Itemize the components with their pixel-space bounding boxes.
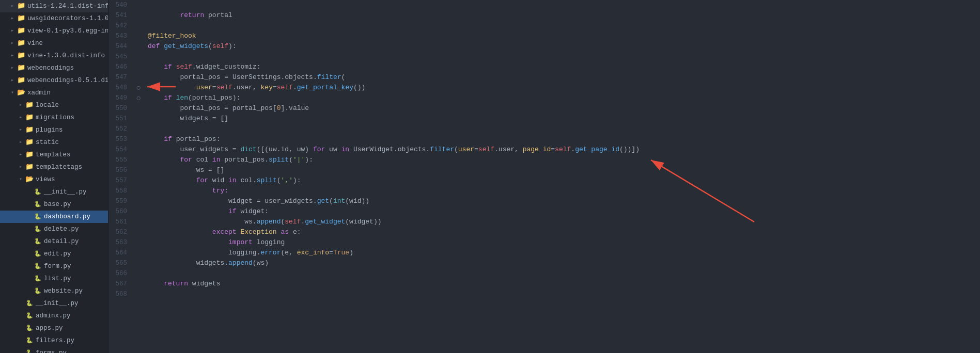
line-code[interactable]: logging.error(e, exc_info=True) xyxy=(144,248,980,258)
sidebar-item-init-xadmin[interactable]: 🐍__init__.py xyxy=(0,297,108,310)
line-gutter xyxy=(133,52,144,62)
sidebar-item-edit-py[interactable]: 🐍edit.py xyxy=(0,248,108,260)
file-icon: 🐍 xyxy=(25,298,34,309)
line-code[interactable]: try: xyxy=(144,186,980,196)
line-code[interactable]: for col in portal_pos.split('|'): xyxy=(144,155,980,165)
line-code[interactable]: return widgets xyxy=(144,279,980,289)
line-number: 567 xyxy=(108,279,133,289)
file-icon: 🐍 xyxy=(33,261,42,271)
folder-arrow: ▸ xyxy=(17,125,25,135)
line-number: 540 xyxy=(108,0,133,10)
line-code[interactable]: user=self.user, key=self.get_portal_key(… xyxy=(144,83,980,93)
code-line-550: 550 portal_pos = portal_pos[0].value xyxy=(108,103,980,114)
line-code[interactable]: except Exception as e: xyxy=(144,227,980,237)
folder-icon: 📁 xyxy=(17,51,26,61)
folder-arrow: ▸ xyxy=(17,100,25,110)
line-code[interactable] xyxy=(144,21,980,31)
folder-icon: 📁 xyxy=(17,63,26,73)
line-code[interactable]: widget = user_widgets.get(int(wid)) xyxy=(144,196,980,206)
folder-icon: 📁 xyxy=(25,150,34,160)
code-line-556: 556 ws = [] xyxy=(108,165,980,175)
sidebar-item-adminx-py[interactable]: 🐍adminx.py xyxy=(0,310,108,322)
line-code[interactable]: widgets.append(ws) xyxy=(144,258,980,268)
line-code[interactable]: if widget: xyxy=(144,206,980,217)
line-code[interactable]: user_widgets = dict([(uw.id, uw) for uw … xyxy=(144,145,980,155)
sidebar-item-uwsgidecorators[interactable]: ▸📁uwsgidecorators-1.1.0-py xyxy=(0,12,108,25)
sidebar-item-vine-dist[interactable]: ▸📁vine-1.3.0.dist-info xyxy=(0,50,108,62)
code-line-546: 546 if self.widget_customiz: xyxy=(108,62,980,72)
gutter-marker: ◯ xyxy=(137,95,141,101)
file-tree[interactable]: ▸📁utils-1.24.1.dist-info▸📁uwsgidecorator… xyxy=(0,0,108,353)
line-code[interactable]: import logging xyxy=(144,237,980,248)
sidebar-item-utils-dist[interactable]: ▸📁utils-1.24.1.dist-info xyxy=(0,0,108,12)
sidebar-item-website-py[interactable]: 🐍website.py xyxy=(0,285,108,297)
sidebar-item-view-dist[interactable]: ▸📁view-0.1-py3.6.egg-info xyxy=(0,25,108,37)
code-line-561: 561 ws.append(self.get_widget(widget)) xyxy=(108,217,980,227)
item-label: form.py xyxy=(44,261,71,271)
line-gutter xyxy=(133,206,144,217)
sidebar-item-templates[interactable]: ▸📁templates xyxy=(0,149,108,161)
line-code[interactable] xyxy=(144,52,980,62)
sidebar-item-static[interactable]: ▸📁static xyxy=(0,136,108,149)
line-code[interactable]: ws.append(self.get_widget(widget)) xyxy=(144,217,980,227)
line-code[interactable]: if portal_pos: xyxy=(144,134,980,145)
item-label: adminx.py xyxy=(36,311,71,321)
line-code[interactable] xyxy=(144,124,980,134)
line-code[interactable]: for wid in col.split(','): xyxy=(144,175,980,186)
line-number: 554 xyxy=(108,145,133,155)
item-label: templatetags xyxy=(36,162,82,172)
sidebar-item-templatetags[interactable]: ▸📁templatetags xyxy=(0,161,108,173)
line-code[interactable]: widgets = [] xyxy=(144,114,980,124)
line-gutter xyxy=(133,21,144,31)
sidebar-item-vine[interactable]: ▸📁vine xyxy=(0,37,108,50)
sidebar-item-dashboard-py[interactable]: 🐍dashboard.py xyxy=(0,211,108,223)
line-code[interactable] xyxy=(144,0,980,10)
folder-arrow: ▸ xyxy=(8,51,17,61)
code-line-540: 540 xyxy=(108,0,980,10)
line-code[interactable]: def get_widgets(self): xyxy=(144,41,980,52)
sidebar-item-locale[interactable]: ▸📁locale xyxy=(0,99,108,111)
sidebar-item-detail-py[interactable]: 🐍detail.py xyxy=(0,235,108,248)
line-code[interactable]: portal_pos = UserSettings.objects.filter… xyxy=(144,72,980,83)
line-number: 566 xyxy=(108,268,133,279)
line-gutter xyxy=(133,217,144,227)
code-line-542: 542 xyxy=(108,21,980,31)
sidebar-item-list-py[interactable]: 🐍list.py xyxy=(0,272,108,285)
folder-arrow: ▸ xyxy=(8,26,17,36)
line-code[interactable] xyxy=(144,268,980,279)
sidebar-item-forms-py[interactable]: 🐍forms.py xyxy=(0,347,108,353)
line-number: 544 xyxy=(108,41,133,52)
item-label: edit.py xyxy=(44,249,71,259)
line-number: 560 xyxy=(108,206,133,217)
item-label: __init__.py xyxy=(36,298,79,309)
sidebar-item-plugins[interactable]: ▸📁plugins xyxy=(0,124,108,136)
sidebar-item-webencodings-dist[interactable]: ▸📁webencodings-0.5.1.dist- xyxy=(0,74,108,87)
sidebar-item-base-py[interactable]: 🐍base.py xyxy=(0,198,108,211)
line-code[interactable]: ws = [] xyxy=(144,165,980,175)
line-number: 545 xyxy=(108,52,133,62)
line-gutter xyxy=(133,258,144,268)
code-line-553: 553 if portal_pos: xyxy=(108,134,980,145)
sidebar-item-filters-py[interactable]: 🐍filters.py xyxy=(0,334,108,347)
line-code[interactable]: portal_pos = portal_pos[0].value xyxy=(144,103,980,114)
sidebar-item-views[interactable]: ▾📂views xyxy=(0,173,108,186)
item-label: views xyxy=(36,174,55,185)
sidebar-item-delete-py[interactable]: 🐍delete.py xyxy=(0,223,108,235)
code-line-543: 543@filter_hook xyxy=(108,31,980,41)
line-code[interactable]: if len(portal_pos): xyxy=(144,93,980,103)
sidebar-item-xadmin[interactable]: ▾📂xadmin xyxy=(0,87,108,99)
line-code[interactable] xyxy=(144,289,980,299)
sidebar-item-migrations[interactable]: ▸📁migrations xyxy=(0,111,108,124)
file-icon: 🐍 xyxy=(33,224,42,234)
sidebar-item-webencodings[interactable]: ▸📁webencodings xyxy=(0,62,108,74)
line-code[interactable]: @filter_hook xyxy=(144,31,980,41)
code-line-552: 552 xyxy=(108,124,980,134)
line-gutter xyxy=(133,62,144,72)
line-code[interactable]: if self.widget_customiz: xyxy=(144,62,980,72)
line-number: 542 xyxy=(108,21,133,31)
line-code[interactable]: return portal xyxy=(144,10,980,21)
sidebar-item-apps-py[interactable]: 🐍apps.py xyxy=(0,322,108,334)
sidebar-item-form-py[interactable]: 🐍form.py xyxy=(0,260,108,272)
sidebar-item-init-views[interactable]: 🐍__init__.py xyxy=(0,186,108,198)
folder-arrow: ▾ xyxy=(8,88,17,98)
